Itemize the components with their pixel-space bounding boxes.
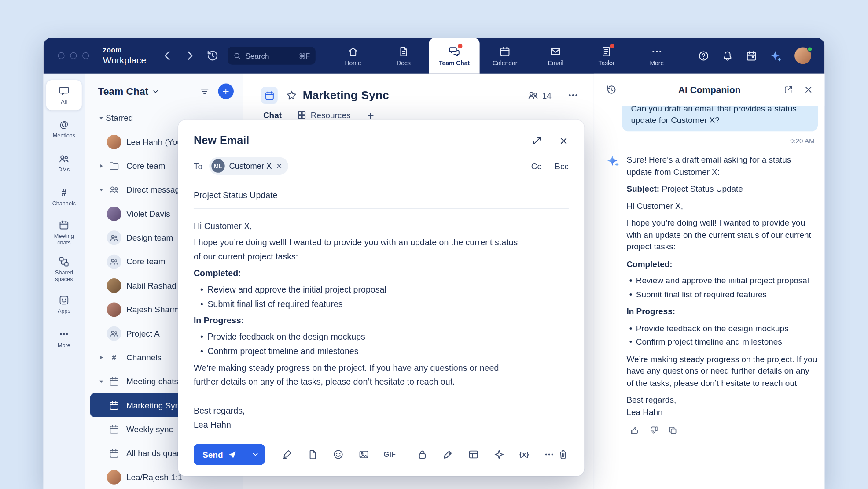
sidebar-title[interactable]: Team Chat: [98, 85, 148, 97]
filter-icon[interactable]: [199, 86, 210, 97]
body-completed-heading: Completed:: [194, 266, 519, 280]
help-icon[interactable]: [698, 50, 710, 62]
sidebar-item-label: Lea/Rajesh 1:1: [126, 472, 183, 482]
caret-down-icon[interactable]: [97, 187, 106, 193]
notifications-bell-icon[interactable]: [722, 50, 734, 62]
thumbs-up-icon[interactable]: [630, 426, 640, 436]
window-controls[interactable]: [58, 52, 89, 59]
to-field[interactable]: To ML Customer X Cc Bcc: [194, 157, 569, 182]
ai-inprogress-heading: In Progress:: [626, 305, 818, 317]
remove-recipient-icon[interactable]: [276, 163, 283, 169]
variables-button[interactable]: {x}: [519, 451, 529, 459]
history-nav: [161, 49, 218, 62]
ai-greeting: Hi Customer X,: [626, 200, 818, 211]
search-shortcut: ⌘F: [299, 52, 310, 60]
ai-closing: We’re making steady progress on the proj…: [626, 353, 818, 389]
user-avatar[interactable]: [794, 47, 811, 64]
star-icon[interactable]: [286, 90, 297, 101]
caret-spacer: [97, 330, 106, 336]
channel-calendar-icon[interactable]: [261, 87, 278, 104]
chevron-down-icon[interactable]: [152, 88, 159, 95]
nav-label: Calendar: [493, 59, 517, 66]
subject-field[interactable]: Project Status Update: [194, 182, 569, 209]
calendar-icon: [108, 376, 119, 387]
channel-more-icon[interactable]: [567, 89, 579, 101]
image-icon[interactable]: [358, 449, 369, 460]
close-icon[interactable]: [803, 85, 813, 95]
bcc-button[interactable]: Bcc: [555, 161, 569, 170]
emoji-icon[interactable]: [333, 449, 344, 460]
body-closing: We’re making steady progress on the proj…: [194, 361, 519, 389]
nav-calendar[interactable]: Calendar: [480, 38, 530, 74]
forward-icon[interactable]: [183, 49, 196, 62]
close-icon[interactable]: [559, 136, 569, 146]
ai-companion-sparkle-icon[interactable]: [769, 49, 782, 62]
rail-item-more[interactable]: More: [46, 323, 82, 353]
window-zoom-control[interactable]: [82, 52, 89, 59]
more-icon[interactable]: [544, 449, 555, 460]
send-button[interactable]: Send: [194, 444, 246, 465]
history-icon[interactable]: [205, 49, 218, 62]
calendar-date-icon[interactable]: [746, 50, 758, 62]
nav-docs[interactable]: Docs: [379, 38, 429, 74]
more-icon: [651, 45, 663, 57]
rail-item-mentions[interactable]: @ Mentions: [46, 114, 82, 144]
cc-bcc: Cc Bcc: [531, 161, 569, 170]
docs-icon: [398, 45, 410, 57]
back-icon[interactable]: [161, 49, 174, 62]
nav-label: Email: [548, 59, 563, 66]
rail-label: Channels: [52, 200, 76, 207]
resources-icon: [297, 110, 306, 119]
member-count[interactable]: 14: [528, 90, 552, 101]
rail-item-all[interactable]: All: [46, 80, 82, 110]
history-icon[interactable]: [605, 84, 616, 95]
modal-header: New Email: [194, 120, 569, 147]
add-tab-icon[interactable]: [366, 111, 375, 120]
gif-button[interactable]: GIF: [384, 451, 396, 459]
tab-label: Resources: [311, 110, 351, 119]
caret-down-icon[interactable]: [97, 378, 106, 384]
email-body-editor[interactable]: Hi Customer X, I hope you’re doing well!…: [194, 209, 519, 432]
caret-spacer: [97, 211, 106, 216]
rail-item-shared-spaces[interactable]: Shared spaces: [46, 253, 82, 286]
caret-right-icon[interactable]: [97, 163, 106, 169]
body-intro: I hope you’re doing well! I wanted to pr…: [194, 236, 519, 263]
rail-item-apps[interactable]: Apps: [46, 289, 82, 319]
caret-right-icon[interactable]: [97, 355, 106, 360]
send-options-button[interactable]: [246, 444, 265, 465]
open-in-new-icon[interactable]: [783, 85, 794, 95]
caret-down-icon[interactable]: [97, 115, 106, 121]
sparkle-icon[interactable]: [494, 449, 505, 460]
add-chat-button[interactable]: [218, 84, 234, 99]
pencil-icon[interactable]: [442, 449, 453, 460]
send-label: Send: [202, 450, 223, 459]
minimize-icon[interactable]: [505, 136, 515, 146]
rail-item-dms[interactable]: DMs: [46, 148, 82, 178]
nav-email[interactable]: Email: [530, 38, 581, 74]
window-close-control[interactable]: [58, 52, 64, 59]
nav-more[interactable]: More: [632, 38, 682, 74]
list-item: Provide feedback on the design mockups: [208, 330, 519, 344]
expand-icon[interactable]: [532, 136, 542, 146]
list-item: Review and approve the initial project p…: [208, 282, 519, 296]
recipient-chip[interactable]: ML Customer X: [209, 157, 288, 174]
caret-spacer: [97, 402, 106, 408]
caret-spacer: [97, 139, 106, 144]
window-minimize-control[interactable]: [70, 52, 77, 59]
thumbs-down-icon[interactable]: [649, 426, 659, 436]
rail-item-channels[interactable]: # Channels: [46, 182, 82, 212]
nav-home[interactable]: Home: [328, 38, 379, 74]
copy-icon[interactable]: [668, 426, 678, 436]
template-icon[interactable]: [307, 449, 318, 460]
layout-icon[interactable]: [468, 449, 479, 460]
cc-button[interactable]: Cc: [531, 161, 541, 170]
avatar: [107, 302, 121, 317]
ai-conversation[interactable]: Can you draft an email that provides a s…: [594, 106, 824, 489]
search-input[interactable]: Search ⌘F: [228, 47, 316, 64]
lock-icon[interactable]: [417, 449, 428, 460]
discard-draft-icon[interactable]: [558, 449, 569, 460]
signature-icon[interactable]: [281, 449, 292, 460]
nav-tasks[interactable]: Tasks: [581, 38, 632, 74]
rail-item-meeting-chats[interactable]: Meeting chats: [46, 216, 82, 249]
nav-team-chat[interactable]: Team Chat: [429, 38, 480, 74]
